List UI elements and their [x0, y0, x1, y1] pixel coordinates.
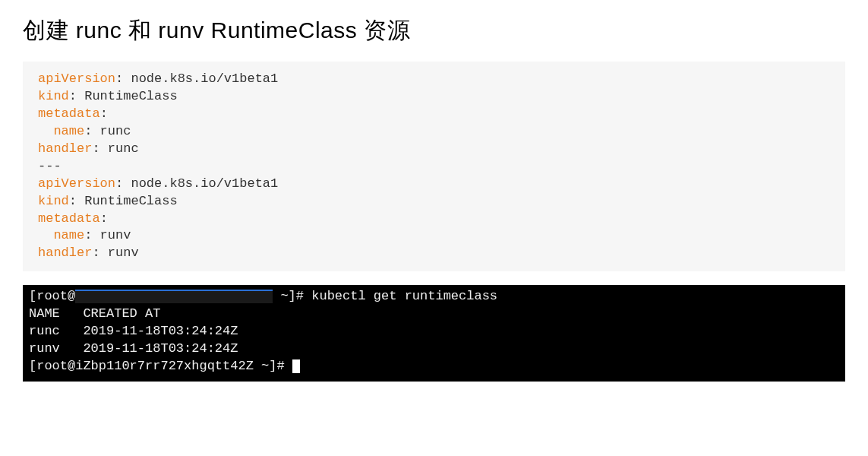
yaml-line: handler: runc — [38, 141, 830, 158]
terminal-row: runc 2019-11-18T03:24:24Z — [29, 323, 839, 340]
yaml-line: name: runc — [38, 123, 830, 141]
yaml-code-block: apiVersion: node.k8s.io/v1beta1kind: Run… — [23, 62, 845, 271]
yaml-line: metadata: — [38, 106, 830, 123]
yaml-line: kind: RuntimeClass — [38, 88, 830, 106]
yaml-line: handler: runv — [38, 245, 830, 262]
yaml-line: apiVersion: node.k8s.io/v1beta1 — [38, 176, 830, 193]
yaml-line: kind: RuntimeClass — [38, 193, 830, 211]
yaml-line: metadata: — [38, 211, 830, 228]
yaml-line: apiVersion: node.k8s.io/v1beta1 — [38, 71, 830, 88]
terminal-prompt: [root@iZbp110r7rr727xhgqtt42Z ~]# — [29, 358, 839, 375]
terminal-row: runv 2019-11-18T03:24:24Z — [29, 340, 839, 358]
redacted-hostname — [75, 290, 273, 303]
yaml-line: --- — [38, 158, 830, 176]
cursor — [292, 359, 300, 373]
page-title: 创建 runc 和 runv RuntimeClass 资源 — [23, 15, 845, 46]
terminal-output: [root@ ~]# kubectl get runtimeclassNAME … — [23, 285, 845, 382]
terminal-line: [root@ ~]# kubectl get runtimeclass — [29, 288, 839, 306]
terminal-header: NAME CREATED AT — [29, 306, 839, 323]
yaml-line: name: runv — [38, 227, 830, 245]
